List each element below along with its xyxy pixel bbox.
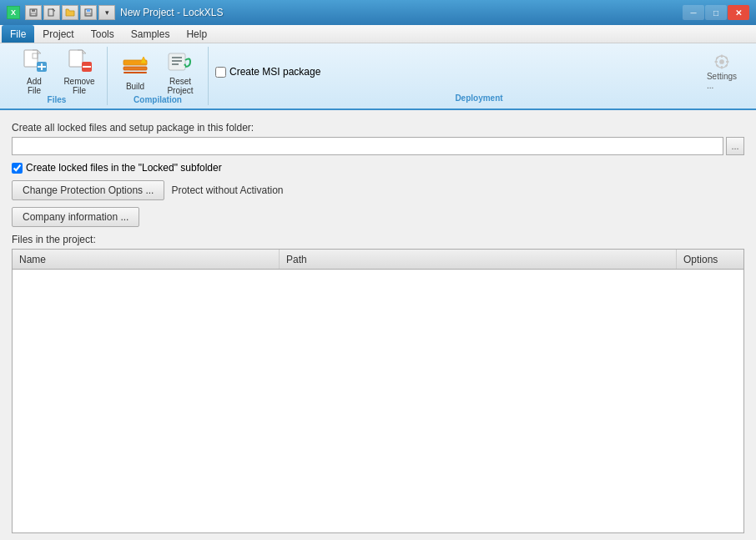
add-file-icon [21, 48, 48, 75]
svg-rect-16 [123, 67, 147, 70]
remove-file-button[interactable]: RemoveFile [58, 50, 100, 93]
add-file-label: AddFile [27, 77, 42, 95]
app-icon: X [7, 6, 20, 19]
svg-rect-22 [172, 63, 179, 65]
files-table: Name Path Options [12, 249, 744, 533]
svg-rect-17 [123, 72, 147, 73]
folder-input[interactable] [12, 137, 723, 155]
locked-subfolder-checkbox[interactable] [12, 163, 23, 174]
svg-rect-3 [48, 9, 53, 16]
svg-rect-20 [172, 57, 182, 58]
minimize-btn[interactable]: ─ [683, 5, 704, 20]
deployment-top: Create MSI package Settings... [215, 50, 743, 93]
ribbon-group-compilation: Build ResetProject Compilation [108, 47, 209, 105]
create-msi-checkbox[interactable] [215, 67, 226, 78]
browse-button[interactable]: ... [726, 137, 744, 155]
svg-rect-21 [172, 60, 182, 62]
folder-input-row: ... [12, 137, 744, 155]
protect-without-activation-label: Protect without Activation [171, 184, 283, 196]
reset-project-button[interactable]: ResetProject [159, 50, 201, 93]
dropdown-btn[interactable]: ▾ [98, 5, 115, 20]
new-btn[interactable] [43, 5, 60, 20]
folder-label: Create all locked files and setup packag… [12, 122, 744, 134]
menu-item-file[interactable]: File [2, 25, 34, 43]
settings-label: Settings... [707, 72, 737, 90]
title-bar-left: X ▾ New Project - LockXLS [7, 5, 223, 20]
svg-rect-14 [83, 66, 91, 68]
title-text: New Project - LockXLS [120, 7, 223, 18]
reset-project-icon [167, 48, 194, 75]
main-content: Create all locked files and setup packag… [0, 110, 756, 540]
maximize-btn[interactable]: □ [705, 5, 727, 20]
remove-file-icon [66, 48, 93, 75]
change-protection-button[interactable]: Change Protection Options ... [12, 180, 164, 200]
action-buttons-row: Change Protection Options ... Protect wi… [12, 180, 744, 200]
create-msi-label: Create MSI package [229, 66, 320, 78]
menu-item-project[interactable]: Project [34, 25, 82, 43]
folder-row: Create all locked files and setup packag… [12, 122, 744, 155]
settings-button[interactable]: Settings... [701, 50, 743, 93]
company-info-row: Company information ... [12, 207, 744, 227]
col-header-options: Options [677, 250, 743, 269]
table-body [13, 270, 743, 532]
remove-file-label: RemoveFile [63, 77, 94, 95]
svg-rect-1 [32, 9, 35, 12]
open-btn[interactable] [62, 5, 78, 20]
company-info-button[interactable]: Company information ... [12, 207, 139, 227]
svg-rect-28 [714, 61, 718, 63]
quick-save-btn[interactable] [25, 5, 42, 20]
compilation-buttons: Build ResetProject [114, 50, 201, 93]
reset-project-label: ResetProject [167, 77, 193, 95]
title-bar: X ▾ New Project - LockXLS ─ □ ✕ [0, 0, 756, 25]
locked-subfolder-row: Create locked files in the "Locked" subf… [12, 162, 744, 174]
table-header: Name Path Options [13, 250, 743, 270]
menu-item-help[interactable]: Help [178, 25, 215, 43]
svg-rect-26 [721, 54, 723, 58]
svg-rect-11 [38, 66, 46, 68]
svg-rect-12 [69, 50, 83, 67]
menu-bar: File Project Tools Samples Help [0, 25, 756, 43]
files-group-label: Files [48, 95, 67, 104]
ribbon: AddFile RemoveFile Files [0, 43, 756, 110]
create-msi-row: Create MSI package [215, 66, 694, 78]
files-label: Files in the project: [12, 234, 744, 245]
compilation-group-label: Compilation [134, 95, 182, 104]
save-btn[interactable] [80, 5, 97, 20]
build-label: Build [126, 82, 144, 91]
col-header-path: Path [280, 250, 677, 269]
svg-rect-29 [726, 61, 729, 63]
svg-rect-5 [87, 9, 90, 12]
ribbon-group-deployment: Create MSI package Settings... [209, 47, 749, 105]
deployment-group-label: Deployment [215, 93, 743, 103]
svg-point-25 [719, 59, 724, 64]
ribbon-group-files: AddFile RemoveFile Files [7, 47, 108, 105]
build-button[interactable]: Build [114, 50, 156, 93]
window-controls: ─ □ ✕ [683, 5, 749, 20]
add-file-button[interactable]: AddFile [13, 50, 55, 93]
close-btn[interactable]: ✕ [728, 5, 749, 20]
col-header-name: Name [13, 250, 280, 269]
locked-subfolder-label: Create locked files in the "Locked" subf… [26, 162, 222, 174]
files-buttons: AddFile RemoveFile [13, 50, 100, 93]
menu-item-tools[interactable]: Tools [83, 25, 123, 43]
svg-rect-27 [721, 66, 723, 69]
deployment-content: Create MSI package [215, 66, 694, 78]
build-icon [122, 53, 149, 80]
menu-item-samples[interactable]: Samples [123, 25, 179, 43]
files-section: Files in the project: Name Path Options [12, 234, 744, 533]
title-bar-quick-access: ▾ [25, 5, 115, 20]
